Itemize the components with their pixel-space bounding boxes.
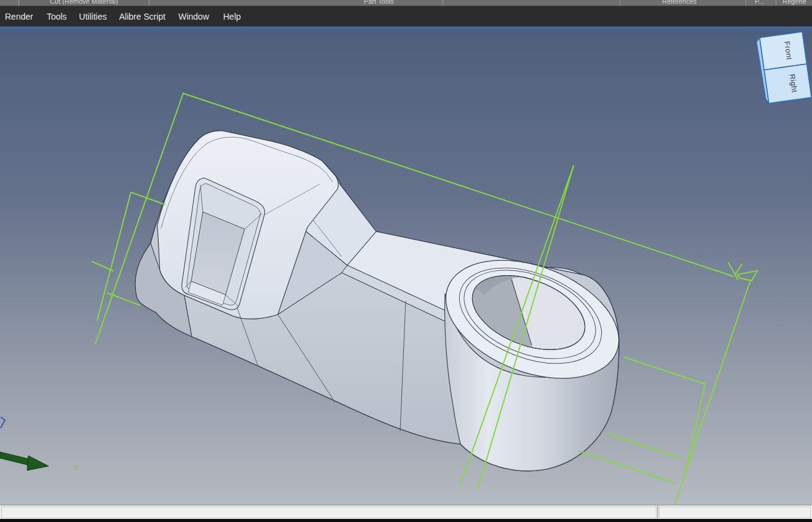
menu-utilities[interactable]: Utilities — [79, 12, 107, 21]
ribbon-group-label-part-tools: Part Tools — [364, 0, 394, 5]
view-cube-face-right[interactable] — [764, 64, 811, 103]
ribbon-divider — [620, 0, 620, 6]
status-cell-right — [659, 507, 811, 518]
ribbon-group-label-references: References — [662, 0, 696, 5]
ribbon-divider — [776, 0, 776, 6]
menu-tools[interactable]: Tools — [47, 12, 67, 21]
ribbon-group-cut: Cut (Remove Material) — [18, 0, 149, 6]
ribbon-group-label-cut: Cut (Remove Material) — [19, 0, 149, 5]
view-cube-face-front[interactable] — [760, 32, 807, 70]
ribbon-divider — [443, 0, 443, 6]
status-bar-divider — [657, 505, 658, 520]
viewport-canvas[interactable]: Front Right Y — [0, 26, 812, 505]
model-viewport[interactable]: Front Right Y — [0, 26, 812, 505]
ribbon-group-label-regenerate: Regene — [782, 0, 806, 5]
y-axis-label: Y — [73, 463, 79, 472]
ribbon-divider — [746, 0, 746, 6]
status-cell-left — [1, 507, 656, 518]
menu-window[interactable]: Window — [178, 12, 209, 21]
app-window: Cut (Remove Material) Part Tools Referen… — [0, 0, 812, 522]
menu-alibre-script[interactable]: Alibre Script — [119, 12, 165, 21]
status-bar — [0, 505, 812, 519]
ribbon-strip: Cut (Remove Material) Part Tools Referen… — [0, 0, 812, 6]
menu-help[interactable]: Help — [223, 12, 241, 21]
menu-bar: Render Tools Utilities Alibre Script Win… — [0, 6, 812, 26]
ribbon-group-label-p: P... — [755, 0, 764, 5]
menu-render[interactable]: Render — [5, 12, 33, 21]
bottom-edge-strip — [0, 519, 812, 522]
